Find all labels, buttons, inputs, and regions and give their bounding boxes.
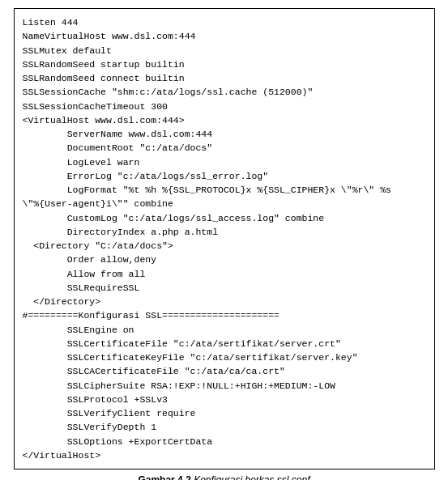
code-line: SSLCACertificateFile "c:/ata/ca/ca.crt" bbox=[23, 364, 426, 378]
code-line: SSLCertificateKeyFile "c:/ata/sertifikat… bbox=[23, 350, 426, 364]
code-line: ServerName www.dsl.com:444 bbox=[23, 127, 426, 141]
code-line: </Directory> bbox=[23, 295, 426, 308]
code-line: ErrorLog "c:/ata/logs/ssl_error.log" bbox=[23, 169, 426, 183]
code-line: </VirtualHost> bbox=[23, 448, 426, 462]
code-line: SSLOptions +ExportCertData bbox=[23, 435, 426, 448]
code-line: SSLVerifyClient require bbox=[23, 406, 426, 420]
code-line: LogLevel warn bbox=[23, 155, 426, 169]
figure-caption: Gambar 4.2 Konfigurasi berkas ssl.conf bbox=[138, 474, 309, 480]
code-line: SSLRequireSSL bbox=[23, 281, 426, 295]
code-line: SSLCipherSuite RSA:!EXP:!NULL:+HIGH:+MED… bbox=[23, 379, 426, 393]
code-block: Listen 444NameVirtualHost www.dsl.com:44… bbox=[14, 8, 435, 469]
code-line: SSLRandomSeed connect builtin bbox=[23, 71, 426, 85]
code-line: DirectoryIndex a.php a.html bbox=[23, 225, 426, 239]
code-line: \"%{User-agent}i\"" combine bbox=[23, 197, 426, 210]
code-line: SSLCertificateFile "c:/ata/sertifikat/se… bbox=[23, 337, 426, 350]
code-line: LogFormat "%t %h %{SSL_PROTOCOL}x %{SSL_… bbox=[23, 183, 426, 197]
code-line: SSLVerifyDepth 1 bbox=[23, 420, 426, 434]
code-line: #=========Konfigurasi SSL===============… bbox=[23, 308, 426, 322]
code-line: Allow from all bbox=[23, 267, 426, 281]
code-line: DocumentRoot "c:/ata/docs" bbox=[23, 141, 426, 155]
code-line: <VirtualHost www.dsl.com:444> bbox=[23, 113, 426, 127]
code-line: SSLEngine on bbox=[23, 323, 426, 337]
caption-description: Konfigurasi berkas ssl.conf bbox=[191, 474, 310, 480]
code-line: SSLSessionCache "shm:c:/ata/logs/ssl.cac… bbox=[23, 85, 426, 99]
code-line: NameVirtualHost www.dsl.com:444 bbox=[23, 29, 426, 43]
code-line: Listen 444 bbox=[23, 15, 426, 29]
code-line: Order allow,deny bbox=[23, 253, 426, 266]
caption-label: Gambar 4.2 bbox=[138, 474, 190, 480]
code-line: SSLProtocol +SSLv3 bbox=[23, 393, 426, 406]
code-line: SSLMutex default bbox=[23, 44, 426, 57]
code-line: SSLSessionCacheTimeout 300 bbox=[23, 100, 426, 113]
code-line: SSLRandomSeed startup builtin bbox=[23, 57, 426, 71]
code-line: CustomLog "c:/ata/logs/ssl_access.log" c… bbox=[23, 211, 426, 225]
code-line: <Directory "C:/ata/docs"> bbox=[23, 239, 426, 253]
